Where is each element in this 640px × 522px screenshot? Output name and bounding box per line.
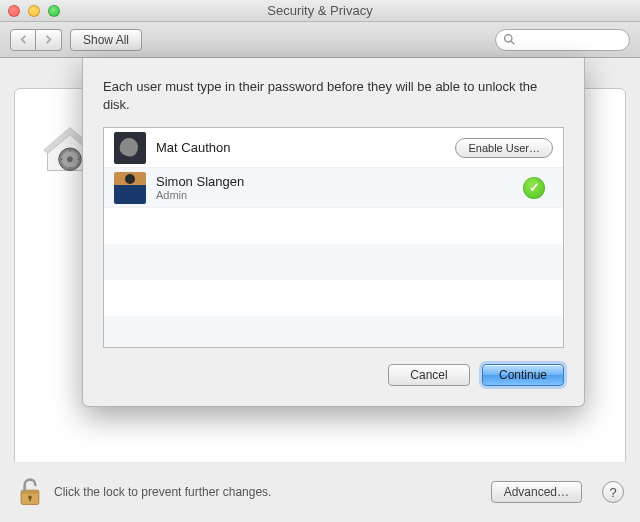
user-row[interactable]: Simon Slangen Admin ✓ — [104, 168, 563, 208]
user-info: Simon Slangen Admin — [156, 174, 523, 201]
back-button[interactable] — [10, 29, 36, 51]
window-controls — [8, 5, 60, 17]
lock-hint-text: Click the lock to prevent further change… — [54, 485, 481, 499]
checkmark-badge-icon: ✓ — [523, 177, 545, 199]
window-title: Security & Privacy — [0, 3, 640, 18]
close-window-button[interactable] — [8, 5, 20, 17]
svg-rect-12 — [29, 497, 31, 501]
enable-users-sheet: Each user must type in their password be… — [82, 58, 585, 407]
user-name: Mat Cauthon — [156, 140, 455, 155]
enable-user-button[interactable]: Enable User… — [455, 138, 553, 158]
user-row[interactable]: Mat Cauthon Enable User… — [104, 128, 563, 168]
svg-point-4 — [67, 156, 73, 162]
svg-line-1 — [511, 41, 514, 44]
avatar — [114, 172, 146, 204]
chevron-left-icon — [19, 35, 28, 44]
svg-point-0 — [505, 34, 512, 41]
empty-row — [104, 208, 563, 244]
chevron-right-icon — [44, 35, 53, 44]
forward-button[interactable] — [36, 29, 62, 51]
user-info: Mat Cauthon — [156, 140, 455, 155]
cancel-button[interactable]: Cancel — [388, 364, 470, 386]
footer-bar: Click the lock to prevent further change… — [0, 462, 640, 522]
user-name: Simon Slangen — [156, 174, 523, 189]
zoom-window-button[interactable] — [48, 5, 60, 17]
unlocked-lock-icon[interactable] — [16, 476, 44, 508]
titlebar: Security & Privacy — [0, 0, 640, 22]
help-button[interactable]: ? — [602, 481, 624, 503]
help-icon: ? — [609, 485, 616, 500]
user-list: Mat Cauthon Enable User… Simon Slangen A… — [103, 127, 564, 348]
search-icon — [503, 33, 516, 46]
show-all-button[interactable]: Show All — [70, 29, 142, 51]
nav-buttons — [10, 29, 62, 51]
user-role: Admin — [156, 189, 523, 201]
sheet-message: Each user must type in their password be… — [103, 78, 564, 113]
advanced-button[interactable]: Advanced… — [491, 481, 582, 503]
minimize-window-button[interactable] — [28, 5, 40, 17]
search-field-wrap — [495, 29, 630, 51]
empty-row — [104, 280, 563, 316]
sheet-button-bar: Cancel Continue — [103, 364, 564, 386]
avatar — [114, 132, 146, 164]
continue-button[interactable]: Continue — [482, 364, 564, 386]
empty-row — [104, 316, 563, 348]
toolbar: Show All — [0, 22, 640, 58]
empty-row — [104, 244, 563, 280]
